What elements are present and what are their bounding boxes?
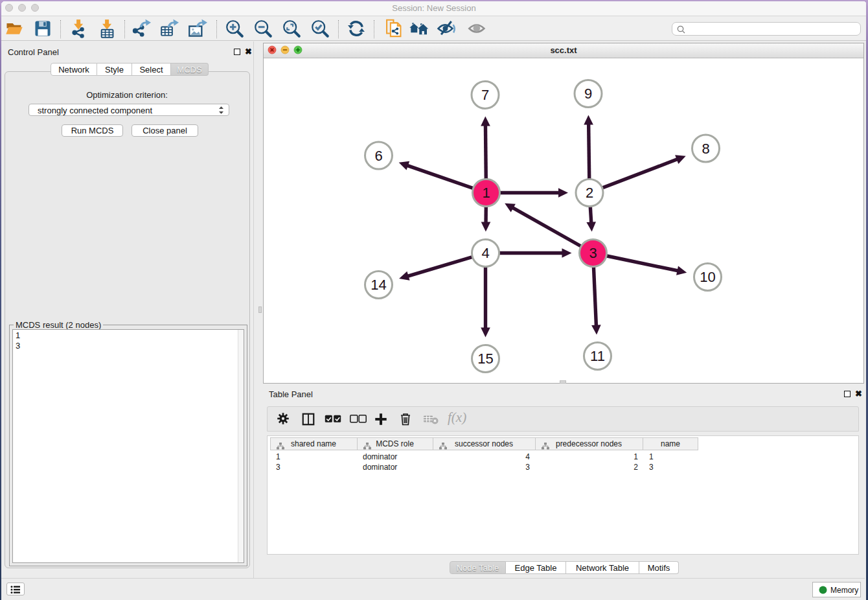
svg-text:4: 4 (481, 245, 489, 261)
svg-text:15: 15 (477, 351, 493, 367)
svg-text:10: 10 (700, 269, 715, 285)
svg-text:11: 11 (590, 348, 605, 364)
svg-text:1: 1 (482, 185, 490, 201)
svg-text:14: 14 (371, 277, 386, 293)
svg-text:3: 3 (589, 245, 597, 261)
svg-text:2: 2 (586, 185, 593, 201)
svg-text:9: 9 (584, 86, 592, 102)
svg-text:7: 7 (481, 87, 489, 103)
svg-text:6: 6 (374, 148, 382, 164)
svg-text:8: 8 (702, 141, 709, 157)
